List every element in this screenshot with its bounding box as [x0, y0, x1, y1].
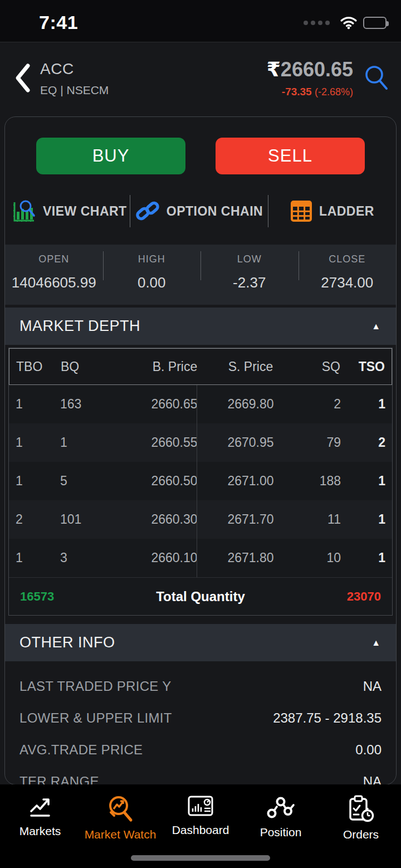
info-label: AVG.TRADE PRICE: [19, 742, 143, 758]
cellular-signal-icon: [304, 21, 330, 25]
ohlc-strip: OPEN 14046605.99 HIGH 0.00 LOW -2.37 CLO…: [5, 245, 396, 305]
price-value: 2660.65: [281, 58, 353, 81]
cell-tbo: 1: [16, 550, 60, 565]
table-row: 2 101 2660.30 2671.70 11 1: [9, 500, 392, 539]
collapse-icon[interactable]: ▲: [371, 321, 380, 331]
bottom-navigation: Markets Market Watch: [0, 784, 401, 868]
cell-sprice: 2671.80: [222, 550, 280, 565]
ladder-icon: [290, 200, 312, 222]
ladder-button[interactable]: LADDER: [268, 200, 396, 222]
nav-label: Market Watch: [85, 828, 157, 841]
nav-item-markets[interactable]: Markets: [0, 794, 80, 868]
cell-sq: 11: [280, 512, 341, 527]
buy-button[interactable]: BUY: [36, 138, 185, 174]
search-icon[interactable]: [363, 64, 390, 92]
sell-button[interactable]: SELL: [216, 138, 365, 174]
app-screen: 7:41 ACC EQ | NSECM ₹2660.65 -73.35 (-2.…: [0, 0, 401, 868]
ohlc-label: CLOSE: [299, 253, 397, 265]
ohlc-open: OPEN 14046605.99: [5, 253, 103, 291]
info-value: 2387.75 - 2918.35: [273, 710, 382, 726]
instrument-info: ACC EQ | NSECM: [40, 59, 267, 97]
change-value: -73.35: [282, 86, 312, 97]
cell-bq: 3: [60, 550, 127, 565]
cell-bq: 101: [60, 512, 127, 527]
other-info-list: LAST TRADED PRICE Y NA LOWER & UPPER LIM…: [5, 661, 396, 785]
view-chart-label: VIEW CHART: [43, 204, 127, 219]
total-quantity-label: Total Quantity: [156, 589, 245, 604]
home-indicator[interactable]: [131, 855, 270, 861]
price-block: ₹2660.65 -73.35 (-2.68%): [267, 58, 353, 98]
instrument-card: BUY SELL: [4, 116, 397, 785]
ladder-label: LADDER: [319, 204, 374, 219]
cell-sq: 10: [280, 550, 341, 565]
total-quantity-row: 16573 Total Quantity 23070: [9, 577, 392, 615]
market-depth-table: TBO BQ B. Price S. Price SQ TSO 1 163 26…: [8, 348, 393, 616]
ohlc-value: 14046605.99: [5, 274, 103, 291]
cell-tbo: 1: [16, 474, 60, 489]
ohlc-low: LOW -2.37: [200, 253, 299, 291]
cell-sprice: 2671.70: [222, 512, 280, 527]
info-value: NA: [363, 774, 382, 786]
cell-sq: 79: [280, 435, 341, 450]
list-item: TER RANGE NA: [19, 765, 382, 785]
depth-table-body: 1 163 2660.65 2669.80 2 1 1 1 2660.55 26…: [9, 385, 392, 577]
info-label: TER RANGE: [19, 774, 99, 786]
dashboard-icon: [186, 794, 215, 818]
cell-bprice: 2660.30: [127, 512, 222, 527]
ohlc-value: 0.00: [103, 274, 201, 291]
collapse-icon[interactable]: ▲: [371, 638, 380, 648]
cell-bprice: 2660.10: [127, 550, 222, 565]
market-depth-title: MARKET DEPTH: [19, 318, 140, 335]
instrument-symbol: ACC: [40, 60, 267, 78]
col-header-bprice: B. Price: [128, 359, 222, 374]
list-item: AVG.TRADE PRICE 0.00: [19, 734, 382, 765]
cell-bprice: 2660.65: [127, 397, 222, 412]
cell-tso: 1: [341, 512, 385, 527]
nav-item-orders[interactable]: Orders: [321, 794, 401, 868]
total-buy-quantity: 16573: [20, 589, 54, 604]
info-label: LAST TRADED PRICE Y: [19, 679, 171, 694]
trade-buttons: BUY SELL: [5, 138, 396, 174]
table-row: 1 163 2660.65 2669.80 2 1: [9, 385, 392, 423]
col-header-tbo: TBO: [16, 359, 61, 374]
battery-icon: [363, 17, 387, 29]
total-sell-quantity: 23070: [347, 589, 381, 604]
cell-tso: 2: [341, 435, 385, 450]
other-info-title: OTHER INFO: [19, 634, 115, 651]
info-value: NA: [363, 679, 382, 694]
status-icons: [304, 16, 387, 30]
ohlc-value: -2.37: [200, 274, 299, 291]
markets-icon: [26, 794, 54, 819]
depth-table-header: TBO BQ B. Price S. Price SQ TSO: [9, 348, 392, 385]
nav-label: Orders: [343, 828, 379, 841]
cell-sq: 188: [280, 474, 341, 489]
rupee-symbol: ₹: [267, 58, 281, 81]
col-header-bq: BQ: [61, 359, 128, 374]
bid-ask-divider: [197, 385, 197, 577]
cell-tso: 1: [341, 397, 385, 412]
cell-bprice: 2660.55: [127, 435, 222, 450]
ohlc-label: LOW: [200, 253, 299, 265]
other-info-header[interactable]: OTHER INFO ▲: [5, 624, 396, 661]
ohlc-high: HIGH 0.00: [103, 253, 201, 291]
orders-icon: [348, 794, 374, 822]
cell-tbo: 1: [16, 397, 60, 412]
list-item: LAST TRADED PRICE Y NA: [19, 670, 382, 702]
quick-actions: VIEW CHART OPTION CHAIN: [5, 193, 396, 229]
col-header-tso: TSO: [340, 359, 385, 374]
position-icon: [266, 794, 296, 820]
back-button[interactable]: [13, 62, 32, 94]
view-chart-icon: [11, 198, 36, 224]
cell-sprice: 2671.00: [222, 474, 280, 489]
status-time: 7:41: [39, 12, 78, 33]
cell-tbo: 2: [16, 512, 60, 527]
cell-bq: 163: [60, 397, 127, 412]
change-percent: (-2.68%): [315, 86, 353, 97]
instrument-header: ACC EQ | NSECM ₹2660.65 -73.35 (-2.68%): [0, 42, 401, 114]
option-chain-button[interactable]: OPTION CHAIN: [130, 199, 268, 223]
view-chart-button[interactable]: VIEW CHART: [5, 198, 130, 224]
nav-label: Markets: [19, 825, 61, 838]
col-header-sprice: S. Price: [222, 359, 279, 374]
market-depth-header[interactable]: MARKET DEPTH ▲: [5, 308, 396, 345]
cell-sq: 2: [280, 397, 341, 412]
